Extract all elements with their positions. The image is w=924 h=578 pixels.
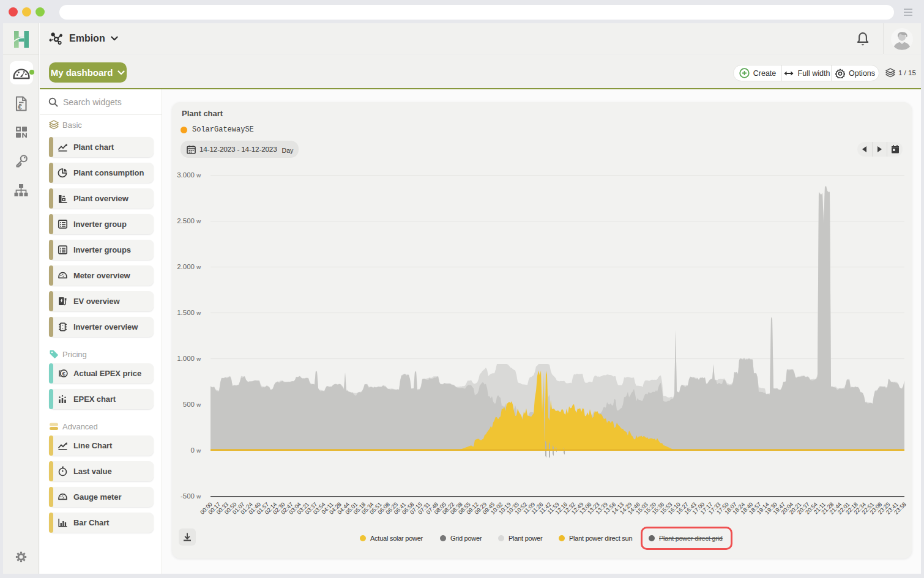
svg-text:0 w: 0 w [191,446,201,454]
svg-text:2.500 w: 2.500 w [177,217,201,224]
svg-text:1.500 w: 1.500 w [177,309,201,316]
svg-text:1.000 w: 1.000 w [177,355,201,362]
svg-text:2.000 w: 2.000 w [177,263,201,270]
svg-text:-500 w: -500 w [181,492,201,500]
svg-text:3.000 w: 3.000 w [177,171,201,179]
svg-text:€: € [62,370,65,377]
svg-text:€: € [18,103,22,111]
svg-text:500 w: 500 w [183,401,201,408]
